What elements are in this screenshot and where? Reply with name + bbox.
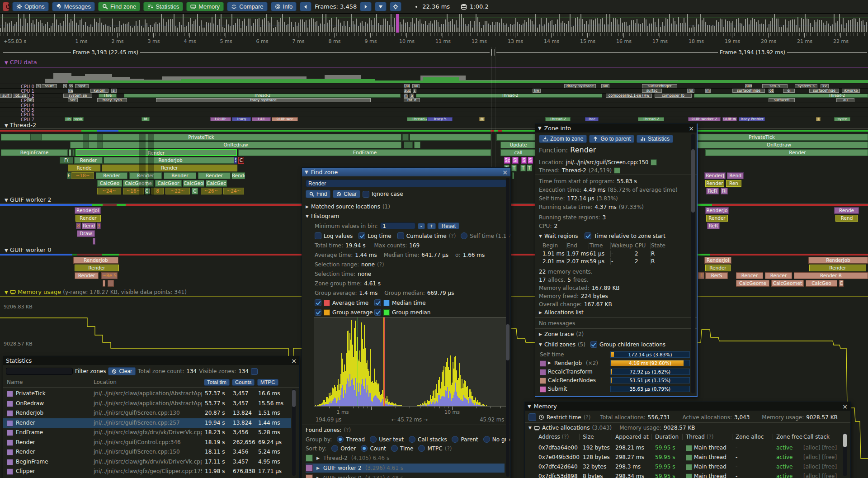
radio-no-grouping[interactable] [483,436,490,443]
timeline-zone[interactable]: Rend [835,215,858,222]
timeline-zone[interactable]: Render [706,215,728,222]
timeline-zone[interactable]: Render [164,172,196,179]
table-row[interactable]: RenderJobjni/../jni/src/guif/Screen.cpp:… [3,408,291,418]
timeline-zone[interactable]: surfacefl [769,98,795,102]
timeline-zone[interactable]: sen..s [762,84,788,88]
timeline-zone[interactable]: F( [60,157,73,164]
timeline-zone[interactable]: A [479,117,485,121]
timeline-zone[interactable]: ~Re 5 [101,272,118,279]
timeline-zone[interactable]: Tracy [232,117,251,121]
stats-scrollbar[interactable] [292,390,296,407]
stats-extra-checkbox[interactable] [251,368,258,375]
guif-worker2-section-header[interactable]: ▼ GUIF worker 2 [5,196,52,203]
memory-usage-section-header[interactable]: ▼ Memory usage (y-range: 178.27 KB, visi… [5,289,187,295]
timeline-zone[interactable]: Render F [231,172,245,179]
radio-order[interactable] [331,445,338,452]
memory-scrollbar[interactable] [843,434,847,447]
close-icon[interactable]: × [689,125,694,132]
table-row[interactable]: BeginFramejni/../jni/src/claw/gfx/drv/vk… [3,457,291,467]
memory-allocation-row[interactable]: 0x7dfc53d8988 bytes298.34 ms59.95 sMain … [525,472,841,478]
timeline-zone[interactable]: Render [96,172,127,179]
table-row[interactable]: Renderjni/../jni/src/guif/Screen.cpp:150… [3,447,291,457]
find-button[interactable]: Find [306,190,330,198]
timeline-zone[interactable]: system se [63,94,92,98]
timeline-zone[interactable]: RerS [705,272,728,279]
timeline-zone[interactable]: CalcGeor [155,180,182,187]
timeline-zone[interactable]: Thre [99,94,117,98]
timeline-zone[interactable]: Tracy Profiler [739,117,765,121]
memory-allocation-row[interactable]: 0x7dfc42d64032 bytes298.3 ms59.95 sMain … [525,463,841,472]
sort-mtpc-button[interactable]: MTPC [257,379,278,386]
timeline-zone[interactable]: dracy_systrace [564,84,596,88]
timeline-zone[interactable] [402,134,409,141]
col-location[interactable]: Location [94,379,117,385]
timeline-zone[interactable]: aux [745,84,752,88]
timeline-zone[interactable]: T [527,165,532,171]
self-time-radio[interactable] [461,232,467,239]
mem-col-header[interactable]: Size [583,434,594,440]
timeline-zone[interactable]: composer@2.1-se (Hw [606,94,652,98]
timeline-zone[interactable]: Draw [77,230,95,237]
memory-allocation-row[interactable]: 0x7e049b3d00128 bytes298.27 ms59.95 sMai… [525,453,841,462]
timeline-zone[interactable]: T [520,165,526,171]
timeline-zone[interactable]: Sc [504,157,510,164]
timeline-zone[interactable]: auc [404,89,411,93]
zone-info-titlebar[interactable]: ▼ Zone info × [535,124,697,133]
radio-time[interactable] [391,445,398,452]
group-children-checkbox[interactable] [590,341,597,348]
timeline-zone[interactable]: surfaceflinge [732,89,765,93]
timeline-zone[interactable]: s [63,84,67,88]
timeline-zone[interactable]: I [816,117,821,121]
memory-allocation-row[interactable]: 0x7dfaa64e00192 bytes298.21 ms59.95 sMai… [525,444,841,453]
sort-counts-button[interactable]: Counts [232,379,255,386]
timeline-zone[interactable]: EndFrame [238,149,491,156]
legend-checkbox[interactable] [315,309,321,316]
timeline-zone[interactable]: ReR [707,222,720,229]
timeline-zone[interactable]: Render [809,265,866,271]
find-zone-histogram[interactable] [314,317,506,407]
timeline-zone[interactable]: Ri [721,188,728,194]
timeline-zone[interactable]: surfacefinge [809,89,839,93]
find-zone-search-input[interactable] [306,180,507,187]
timeline-zone[interactable] [410,134,491,141]
timeline-zone[interactable]: GUIF worker 2 [688,117,721,121]
timeline-zone[interactable]: tracy_sysn [97,98,127,102]
timeline-zone[interactable]: s [36,84,41,88]
legend-checkbox[interactable] [315,299,321,306]
timeline-zone[interactable]: aiv [601,84,609,88]
timeline-zone[interactable]: si [111,89,117,93]
active-allocations-section[interactable]: ▼ Active allocations(3,043) Memory usage… [528,425,695,431]
timeline-zone[interactable] [414,142,420,148]
alloc-call-stack[interactable]: [alloc] [free] [803,445,837,451]
timeline-zone[interactable]: Render [75,265,119,271]
timeline-zone[interactable]: ~24~ [223,188,244,194]
timeline-zone[interactable]: 9 [97,222,101,229]
close-icon[interactable]: × [291,358,297,364]
statistics-titlebar[interactable]: Statistics × [3,356,299,365]
timeline-zone[interactable] [30,134,42,141]
timeline-zone[interactable]: CalcGeo [806,280,837,287]
timeline-zone[interactable]: surfacefinger [642,84,677,88]
timeline-zone[interactable]: C [238,157,244,164]
timeline-zone[interactable]: lot..2g [13,94,28,98]
timeline-zone[interactable]: rol [687,89,694,93]
timeline-zone[interactable] [97,142,103,148]
timeline-zone[interactable]: GGUIF [210,117,231,121]
table-row[interactable]: PrivateTickjni/../jni/src/claw/applicati… [3,389,291,398]
timeline-zone[interactable]: Rencer [765,272,792,279]
timeline-zone[interactable]: S [521,157,527,164]
timeline-zone[interactable]: BeginFrame [1,149,68,156]
timeline-zone[interactable]: S [234,157,237,164]
timeline-zone[interactable]: Thread-2 [694,94,868,98]
timeline-zone[interactable] [83,142,89,148]
timeline-zone[interactable]: ~26~ [201,188,222,194]
timeline-zone[interactable]: surf [0,94,12,98]
found-zone-group[interactable]: ▶Thread-2(4,105) 6.46 s [306,454,505,463]
timeline-zone[interactable]: Rend [727,172,744,179]
radio-call-stacks[interactable] [409,436,415,443]
table-row[interactable]: EndFramejni/../jni/src/claw/gfx/drv/vk/D… [3,428,291,437]
timeline-zone[interactable]: ei [783,89,795,93]
expand-icon[interactable]: ▶ [548,360,551,365]
timeline-zone[interactable]: a [410,94,414,98]
timeline-zone[interactable]: CalcGeome [736,280,769,287]
